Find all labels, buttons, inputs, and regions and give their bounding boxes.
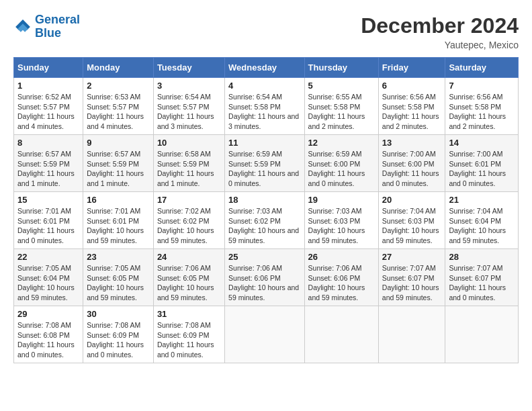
title-section: December 2024 Yautepec, Mexico — [361, 13, 519, 50]
day-number: 10 — [157, 138, 221, 148]
table-row: 5Sunrise: 6:55 AMSunset: 5:58 PMDaylight… — [304, 78, 378, 135]
table-row: 30Sunrise: 7:08 AMSunset: 6:09 PMDayligh… — [83, 306, 154, 363]
table-row: 11Sunrise: 6:59 AMSunset: 5:59 PMDayligh… — [225, 135, 304, 192]
calendar-week-row: 15Sunrise: 7:01 AMSunset: 6:01 PMDayligh… — [14, 192, 519, 249]
day-number: 24 — [157, 252, 221, 262]
calendar-week-row: 8Sunrise: 6:57 AMSunset: 5:59 PMDaylight… — [14, 135, 519, 192]
table-row: 1Sunrise: 6:52 AMSunset: 5:57 PMDaylight… — [14, 78, 83, 135]
table-row: 20Sunrise: 7:04 AMSunset: 6:03 PMDayligh… — [378, 192, 445, 249]
day-number: 16 — [87, 195, 150, 205]
day-number: 13 — [382, 138, 442, 148]
day-number: 6 — [382, 81, 442, 91]
day-info: Sunrise: 6:57 AMSunset: 5:59 PMDaylight:… — [87, 149, 150, 189]
table-row: 3Sunrise: 6:54 AMSunset: 5:57 PMDaylight… — [153, 78, 224, 135]
table-row: 4Sunrise: 6:54 AMSunset: 5:58 PMDaylight… — [225, 78, 304, 135]
day-number: 21 — [449, 195, 515, 205]
calendar-table: Sunday Monday Tuesday Wednesday Thursday… — [13, 57, 519, 363]
logo-line1: General — [35, 13, 80, 26]
table-row: 14Sunrise: 7:00 AMSunset: 6:01 PMDayligh… — [445, 135, 519, 192]
table-row — [378, 306, 445, 363]
day-number: 17 — [157, 195, 221, 205]
day-info: Sunrise: 6:54 AMSunset: 5:57 PMDaylight:… — [157, 92, 221, 132]
day-info: Sunrise: 7:05 AMSunset: 6:04 PMDaylight:… — [17, 263, 79, 303]
table-row: 8Sunrise: 6:57 AMSunset: 5:59 PMDaylight… — [14, 135, 83, 192]
day-number: 12 — [308, 138, 375, 148]
day-info: Sunrise: 6:52 AMSunset: 5:57 PMDaylight:… — [17, 92, 79, 132]
day-number: 4 — [228, 81, 300, 91]
day-number: 20 — [382, 195, 442, 205]
table-row: 10Sunrise: 6:58 AMSunset: 5:59 PMDayligh… — [153, 135, 224, 192]
day-number: 31 — [157, 309, 221, 319]
header-sunday: Sunday — [14, 58, 83, 78]
day-info: Sunrise: 7:01 AMSunset: 6:01 PMDaylight:… — [87, 206, 150, 246]
table-row: 18Sunrise: 7:03 AMSunset: 6:02 PMDayligh… — [225, 192, 304, 249]
table-row — [225, 306, 304, 363]
day-info: Sunrise: 6:59 AMSunset: 5:59 PMDaylight:… — [228, 149, 300, 189]
table-row: 17Sunrise: 7:02 AMSunset: 6:02 PMDayligh… — [153, 192, 224, 249]
day-info: Sunrise: 7:04 AMSunset: 6:03 PMDaylight:… — [382, 206, 442, 246]
table-row: 31Sunrise: 7:08 AMSunset: 6:09 PMDayligh… — [153, 306, 224, 363]
day-number: 29 — [17, 309, 79, 319]
day-number: 27 — [382, 252, 442, 262]
table-row: 16Sunrise: 7:01 AMSunset: 6:01 PMDayligh… — [83, 192, 154, 249]
table-row: 28Sunrise: 7:07 AMSunset: 6:07 PMDayligh… — [445, 249, 519, 306]
calendar-week-row: 29Sunrise: 7:08 AMSunset: 6:08 PMDayligh… — [14, 306, 519, 363]
day-number: 25 — [228, 252, 300, 262]
day-number: 2 — [87, 81, 150, 91]
table-row: 7Sunrise: 6:56 AMSunset: 5:58 PMDaylight… — [445, 78, 519, 135]
calendar-week-row: 22Sunrise: 7:05 AMSunset: 6:04 PMDayligh… — [14, 249, 519, 306]
table-row: 2Sunrise: 6:53 AMSunset: 5:57 PMDaylight… — [83, 78, 154, 135]
day-info: Sunrise: 7:07 AMSunset: 6:07 PMDaylight:… — [449, 263, 515, 303]
day-number: 9 — [87, 138, 150, 148]
day-info: Sunrise: 6:56 AMSunset: 5:58 PMDaylight:… — [449, 92, 515, 132]
day-number: 18 — [228, 195, 300, 205]
day-info: Sunrise: 7:01 AMSunset: 6:01 PMDaylight:… — [17, 206, 79, 246]
table-row: 21Sunrise: 7:04 AMSunset: 6:04 PMDayligh… — [445, 192, 519, 249]
day-info: Sunrise: 7:00 AMSunset: 6:00 PMDaylight:… — [382, 149, 442, 189]
day-info: Sunrise: 7:03 AMSunset: 6:02 PMDaylight:… — [228, 206, 300, 246]
day-number: 11 — [228, 138, 300, 148]
header-tuesday: Tuesday — [153, 58, 224, 78]
logo: General Blue — [13, 13, 80, 40]
day-info: Sunrise: 6:56 AMSunset: 5:58 PMDaylight:… — [382, 92, 442, 132]
day-info: Sunrise: 6:57 AMSunset: 5:59 PMDaylight:… — [17, 149, 79, 189]
day-number: 30 — [87, 309, 150, 319]
day-number: 28 — [449, 252, 515, 262]
table-row: 19Sunrise: 7:03 AMSunset: 6:03 PMDayligh… — [304, 192, 378, 249]
table-row: 12Sunrise: 6:59 AMSunset: 6:00 PMDayligh… — [304, 135, 378, 192]
table-row: 27Sunrise: 7:07 AMSunset: 6:07 PMDayligh… — [378, 249, 445, 306]
day-number: 19 — [308, 195, 375, 205]
day-info: Sunrise: 7:03 AMSunset: 6:03 PMDaylight:… — [308, 206, 375, 246]
month-title: December 2024 — [361, 13, 519, 38]
day-number: 5 — [308, 81, 375, 91]
day-info: Sunrise: 7:08 AMSunset: 6:09 PMDaylight:… — [157, 320, 221, 360]
day-info: Sunrise: 7:07 AMSunset: 6:07 PMDaylight:… — [382, 263, 442, 303]
day-info: Sunrise: 7:06 AMSunset: 6:06 PMDaylight:… — [228, 263, 300, 303]
day-number: 3 — [157, 81, 221, 91]
table-row: 25Sunrise: 7:06 AMSunset: 6:06 PMDayligh… — [225, 249, 304, 306]
day-info: Sunrise: 6:53 AMSunset: 5:57 PMDaylight:… — [87, 92, 150, 132]
day-info: Sunrise: 7:04 AMSunset: 6:04 PMDaylight:… — [449, 206, 515, 246]
day-info: Sunrise: 6:59 AMSunset: 6:00 PMDaylight:… — [308, 149, 375, 189]
day-number: 15 — [17, 195, 79, 205]
day-info: Sunrise: 7:00 AMSunset: 6:01 PMDaylight:… — [449, 149, 515, 189]
table-row: 9Sunrise: 6:57 AMSunset: 5:59 PMDaylight… — [83, 135, 154, 192]
header-monday: Monday — [83, 58, 154, 78]
table-row: 23Sunrise: 7:05 AMSunset: 6:05 PMDayligh… — [83, 249, 154, 306]
page-header: General Blue December 2024 Yautepec, Mex… — [13, 13, 519, 50]
table-row: 13Sunrise: 7:00 AMSunset: 6:00 PMDayligh… — [378, 135, 445, 192]
day-number: 1 — [17, 81, 79, 91]
table-row: 6Sunrise: 6:56 AMSunset: 5:58 PMDaylight… — [378, 78, 445, 135]
day-info: Sunrise: 6:55 AMSunset: 5:58 PMDaylight:… — [308, 92, 375, 132]
header-thursday: Thursday — [304, 58, 378, 78]
day-info: Sunrise: 6:54 AMSunset: 5:58 PMDaylight:… — [228, 92, 300, 132]
day-number: 22 — [17, 252, 79, 262]
day-info: Sunrise: 7:06 AMSunset: 6:06 PMDaylight:… — [308, 263, 375, 303]
location: Yautepec, Mexico — [361, 40, 519, 50]
day-number: 14 — [449, 138, 515, 148]
day-info: Sunrise: 7:08 AMSunset: 6:09 PMDaylight:… — [87, 320, 150, 360]
header-friday: Friday — [378, 58, 445, 78]
logo-line2: Blue — [35, 26, 61, 40]
header-wednesday: Wednesday — [225, 58, 304, 78]
day-number: 23 — [87, 252, 150, 262]
